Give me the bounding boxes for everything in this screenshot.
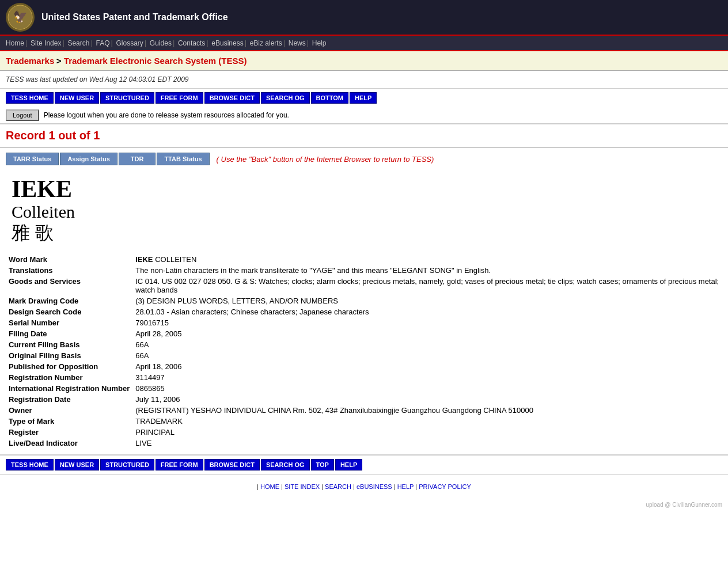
btn-help-top[interactable]: Help <box>350 92 377 104</box>
footer-home[interactable]: HOME <box>260 483 279 490</box>
table-row: Registration Number3114497 <box>6 372 722 383</box>
footer-site-index[interactable]: SITE INDEX <box>285 483 320 490</box>
btn-browse-dict-top[interactable]: Browse Dict <box>204 92 260 104</box>
table-row: Registration DateJuly 11, 2006 <box>6 394 722 405</box>
field-value: 0865865 <box>132 383 722 394</box>
back-note: ( Use the "Back" button of the Internet … <box>217 155 434 164</box>
record-title: Record 1 out of 1 <box>6 129 722 142</box>
btn-tdr[interactable]: TDR <box>119 153 156 165</box>
btn-new-user-top[interactable]: New User <box>55 92 99 104</box>
btn-free-form-top[interactable]: Free Form <box>156 92 203 104</box>
table-row: Current Filing Basis66A <box>6 339 722 350</box>
nav-home[interactable]: Home <box>6 39 24 47</box>
data-table: Word MarkIEKE COLLEITENTranslationsThe n… <box>0 251 728 454</box>
field-label: Filing Date <box>6 328 132 339</box>
agency-logo: 🦅 <box>6 3 35 32</box>
footer: | HOME | SITE INDEX | SEARCH | eBUSINESS… <box>0 474 728 499</box>
field-label: Word Mark <box>6 254 132 265</box>
btn-ttab-status[interactable]: TTAB Status <box>157 153 209 165</box>
table-row: Design Search Code28.01.03 - Asian chara… <box>6 306 722 317</box>
mark-line1: IEKE <box>12 176 716 202</box>
field-value: 28.01.03 - Asian characters; Chinese cha… <box>132 306 722 317</box>
nav-guides[interactable]: Guides <box>150 39 172 47</box>
table-row: Type of MarkTRADEMARK <box>6 416 722 427</box>
btn-tess-home-top[interactable]: TESS Home <box>6 92 54 104</box>
btn-bottom-top[interactable]: Bottom <box>311 92 348 104</box>
logout-button[interactable]: Logout <box>6 109 39 121</box>
field-value: The non-Latin characters in the mark tra… <box>132 265 722 276</box>
nav-help[interactable]: Help <box>312 39 327 47</box>
nav-news[interactable]: News <box>289 39 306 47</box>
field-value: IEKE COLLEITEN <box>132 254 722 265</box>
footer-privacy[interactable]: PRIVACY POLICY <box>419 483 471 490</box>
agency-title: United States Patent and Trademark Offic… <box>41 12 228 22</box>
table-row: Mark Drawing Code(3) DESIGN PLUS WORDS, … <box>6 295 722 306</box>
breadcrumb: Trademarks > Trademark Electronic Search… <box>0 51 728 71</box>
footer-help[interactable]: HELP <box>397 483 414 490</box>
nav-site-index[interactable]: Site Index <box>31 39 61 47</box>
footer-ebusiness[interactable]: eBUSINESS <box>357 483 392 490</box>
field-value: April 18, 2006 <box>132 361 722 372</box>
table-row: Serial Number79016715 <box>6 317 722 328</box>
mark-image: IEKE Colleiten 雅 歌 <box>0 170 728 251</box>
field-label: Goods and Services <box>6 276 132 295</box>
btn-top-bottom[interactable]: Top <box>311 459 334 470</box>
btn-tess-home-bottom[interactable]: TESS Home <box>6 459 54 470</box>
field-value: PRINCIPAL <box>132 427 722 438</box>
last-updated: TESS was last updated on Wed Aug 12 04:0… <box>0 71 728 88</box>
breadcrumb-tess: Trademark Electronic Search System (TESS… <box>64 56 247 66</box>
bottom-toolbar: TESS Home New User Structured Free Form … <box>0 455 728 474</box>
field-value: (REGISTRANT) YESHAO INDIVIDUAL CHINA Rm.… <box>132 405 722 416</box>
nav-faq[interactable]: FAQ <box>96 39 109 47</box>
nav-ebiz-alerts[interactable]: eBiz alerts <box>250 39 282 47</box>
site-header: 🦅 United States Patent and Trademark Off… <box>0 0 728 36</box>
nav-bar: Home| Site Index| Search| FAQ| Glossary|… <box>0 36 728 51</box>
breadcrumb-separator: > <box>56 56 64 66</box>
nav-ebusiness[interactable]: eBusiness <box>211 39 243 47</box>
btn-tarr-status[interactable]: TARR Status <box>6 153 59 165</box>
field-value: 3114497 <box>132 372 722 383</box>
top-toolbar: TESS Home New User Structured Free Form … <box>0 89 728 107</box>
field-value: (3) DESIGN PLUS WORDS, LETTERS, AND/OR N… <box>132 295 722 306</box>
field-label: Mark Drawing Code <box>6 295 132 306</box>
breadcrumb-trademarks[interactable]: Trademarks <box>6 56 54 66</box>
table-row: Goods and ServicesIC 014. US 002 027 028… <box>6 276 722 295</box>
btn-search-og-top[interactable]: Search OG <box>261 92 310 104</box>
field-value: 66A <box>132 339 722 350</box>
footer-search[interactable]: SEARCH <box>325 483 351 490</box>
table-row: Live/Dead IndicatorLIVE <box>6 438 722 449</box>
table-row: Original Filing Basis66A <box>6 350 722 361</box>
field-label: Register <box>6 427 132 438</box>
table-row: Published for OppositionApril 18, 2006 <box>6 361 722 372</box>
table-row: Word MarkIEKE COLLEITEN <box>6 254 722 265</box>
btn-help-bottom[interactable]: Help <box>335 459 362 470</box>
field-value: 66A <box>132 350 722 361</box>
field-value: LIVE <box>132 438 722 449</box>
nav-contacts[interactable]: Contacts <box>178 39 205 47</box>
field-value: April 28, 2005 <box>132 328 722 339</box>
btn-free-form-bottom[interactable]: Free Form <box>156 459 203 470</box>
btn-search-og-bottom[interactable]: Search OG <box>261 459 310 470</box>
btn-assign-status[interactable]: Assign Status <box>60 153 117 165</box>
table-row: Filing DateApril 28, 2005 <box>6 328 722 339</box>
field-label: Registration Number <box>6 372 132 383</box>
mark-line3: 雅 歌 <box>12 221 716 245</box>
field-label: Type of Mark <box>6 416 132 427</box>
table-row: RegisterPRINCIPAL <box>6 427 722 438</box>
btn-structured-bottom[interactable]: Structured <box>100 459 154 470</box>
btn-browse-dict-bottom[interactable]: Browse Dict <box>204 459 260 470</box>
watermark: upload @ CivilianGunner.com <box>0 499 728 511</box>
logout-row: Logout Please logout when you are done t… <box>0 107 728 123</box>
field-value: 79016715 <box>132 317 722 328</box>
field-label: Owner <box>6 405 132 416</box>
btn-structured-top[interactable]: Structured <box>100 92 154 104</box>
trademark-table: Word MarkIEKE COLLEITENTranslationsThe n… <box>6 254 722 449</box>
nav-search[interactable]: Search <box>67 39 89 47</box>
table-row: Owner(REGISTRANT) YESHAO INDIVIDUAL CHIN… <box>6 405 722 416</box>
mark-line2: Colleiten <box>12 202 716 221</box>
table-row: International Registration Number0865865 <box>6 383 722 394</box>
nav-glossary[interactable]: Glossary <box>116 39 143 47</box>
record-header: Record 1 out of 1 <box>0 124 728 147</box>
field-value: July 11, 2006 <box>132 394 722 405</box>
btn-new-user-bottom[interactable]: New User <box>55 459 99 470</box>
